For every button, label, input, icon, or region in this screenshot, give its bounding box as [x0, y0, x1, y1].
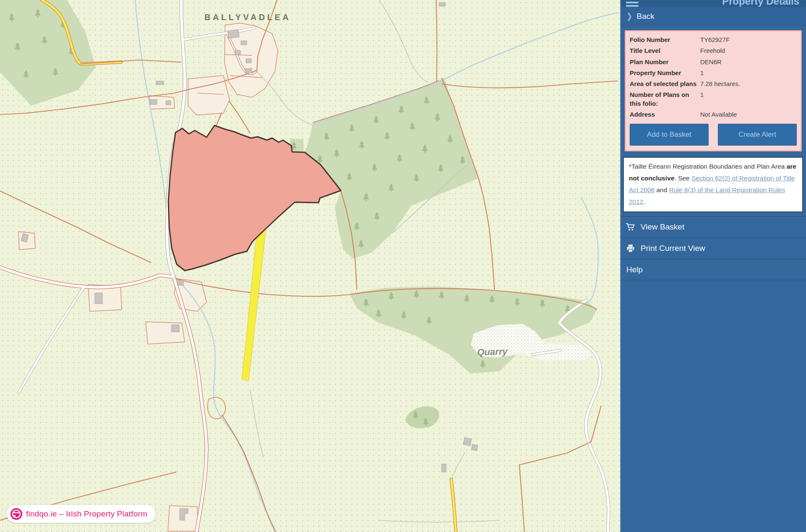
- chevron-right-icon: ❯: [627, 12, 632, 21]
- view-basket-button[interactable]: View Basket: [620, 216, 806, 237]
- create-alert-button[interactable]: Create Alert: [718, 124, 797, 146]
- menu-icon[interactable]: [626, 2, 639, 7]
- property-map-app: BALLYVADLEA Quarry findqo.ie – Irish Pro…: [0, 0, 806, 532]
- back-label: Back: [637, 12, 654, 21]
- boundaries-disclaimer: *Tailte Éireann Registration Boundaries …: [623, 157, 803, 212]
- panel-title: Property Details: [722, 0, 799, 7]
- panel-menu: View Basket Print Current View Help: [620, 216, 806, 280]
- findqo-watermark: findqo.ie – Irish Property Platform: [7, 505, 156, 523]
- detail-row-address: Address Not Available: [630, 110, 797, 119]
- watermark-text: findqo.ie – Irish Property Platform: [26, 509, 147, 519]
- property-details-panel: Property Details ❯ Back Folio Number TY6…: [620, 0, 806, 532]
- detail-row-folio: Folio Number TY62927F: [630, 36, 797, 44]
- detail-row-plan-number: Plan Number DEN6R: [630, 58, 797, 66]
- cart-icon: [626, 223, 635, 231]
- help-button[interactable]: Help: [620, 259, 806, 280]
- detail-row-title-level: Title Level Freehold: [630, 47, 797, 55]
- globe-icon: [10, 508, 22, 520]
- print-current-view-button[interactable]: Print Current View: [620, 237, 806, 259]
- back-button[interactable]: ❯ Back: [620, 7, 806, 26]
- add-to-basket-button[interactable]: Add to Basket: [630, 124, 709, 146]
- townland-label: BALLYVADLEA: [204, 13, 291, 22]
- quarry-label: Quarry: [477, 346, 508, 358]
- printer-icon: [626, 244, 635, 253]
- property-details-box: Folio Number TY62927F Title Level Freeho…: [625, 30, 802, 151]
- map-canvas[interactable]: BALLYVADLEA Quarry findqo.ie – Irish Pro…: [0, 0, 620, 532]
- detail-row-area: Area of selected plans 7.28 hectares.: [630, 80, 797, 88]
- detail-row-plan-count: Number of Plans on this folio: 1: [630, 91, 797, 108]
- detail-row-property-number: Property Number 1: [630, 69, 797, 77]
- panel-header: Property Details: [620, 0, 806, 7]
